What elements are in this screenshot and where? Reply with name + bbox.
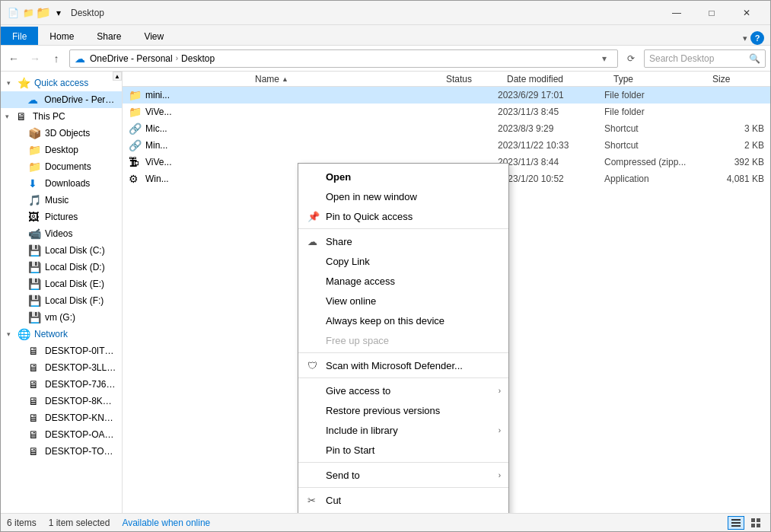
menu-item-pin-quick-access[interactable]: 📌 Pin to Quick access [298,206,508,226]
sidebar-item-label: Local Disk (D:) [45,262,105,272]
sidebar-item-label: DESKTOP-0IT4CF... [45,346,117,356]
sidebar-item-onedrive[interactable]: ☁ OneDrive - Perso... [1,91,122,108]
sidebar-item-3d-objects[interactable]: 📦 3D Objects [1,125,122,142]
sidebar-item-desktop-3ll2h[interactable]: 🖥 DESKTOP-3LL2H... [1,359,122,376]
context-menu-overlay[interactable]: Open Open in new window 📌 Pin to Quick a… [123,72,770,513]
selected-count: 1 item selected [49,518,110,528]
sidebar-item-documents[interactable]: 📁 Documents [1,158,122,175]
details-view-button[interactable] [728,516,744,530]
address-path[interactable]: ☁ OneDrive - Personal › Desktop ▾ [69,49,618,68]
computer-icon: 🖥 [28,395,42,407]
sidebar-item-desktop-7j6od[interactable]: 🖥 DESKTOP-7J6OD... [1,376,122,393]
menu-label: Cut [326,495,341,506]
sidebar-item-network[interactable]: ▾ 🌐 Network [1,326,122,342]
menu-item-open[interactable]: Open [298,167,508,186]
sidebar-item-quick-access[interactable]: ▾ ⭐ Quick access [1,75,122,91]
menu-item-always-keep[interactable]: Always keep on this device [298,311,508,330]
computer-icon: 🖥 [28,412,42,424]
menu-item-manage-access[interactable]: Manage access [298,271,508,291]
new-folder-toolbar-icon: 📁 [22,7,34,19]
sidebar-item-label: DESKTOP-OAE8C... [45,429,117,440]
menu-item-copy[interactable]: 📋 Copy [298,510,508,513]
folder-icon: 📦 [28,127,42,139]
sidebar-item-desktop-oae8c[interactable]: 🖥 DESKTOP-OAE8C... [1,426,122,443]
menu-label: Manage access [326,276,395,287]
sidebar-item-local-disk-c[interactable]: 💾 Local Disk (C:) [1,242,122,259]
menu-item-give-access[interactable]: Give access to › [298,381,508,400]
menu-item-pin-to-start[interactable]: Pin to Start [298,440,508,460]
sidebar-item-label: DESKTOP-8KDD5... [45,396,117,406]
sidebar-item-label: This PC [33,111,65,122]
tab-home[interactable]: Home [38,27,85,45]
large-icons-view-button[interactable] [747,516,764,530]
menu-item-copy-link[interactable]: Copy Link [298,251,508,271]
menu-item-cut[interactable]: ✂ Cut [298,490,508,510]
minimize-button[interactable]: — [659,1,694,25]
sidebar-item-downloads[interactable]: ⬇ Downloads [1,175,122,192]
menu-item-share[interactable]: ☁ Share [298,231,508,251]
sidebar-item-label: Pictures [45,212,78,222]
tab-file[interactable]: File [1,27,38,45]
menu-separator [298,352,508,353]
sidebar-item-desktop-to1c[interactable]: 🖥 DESKTOP-TO1C... [1,443,122,460]
sidebar-item-label: Local Disk (C:) [45,245,105,256]
sidebar-item-local-disk-e[interactable]: 💾 Local Disk (E:) [1,276,122,292]
disk-icon: 💾 [28,295,42,307]
sidebar-item-desktop-8kdd5[interactable]: 🖥 DESKTOP-8KDD5... [1,393,122,409]
path-desktop-label: Desktop [181,53,215,64]
tab-view[interactable]: View [132,27,175,45]
sidebar-item-label: Downloads [45,178,90,189]
svg-rect-2 [731,525,741,527]
menu-item-scan-defender[interactable]: 🛡 Scan with Microsoft Defender... [298,355,508,375]
menu-item-include-library[interactable]: Include in library › [298,420,508,440]
maximize-button[interactable]: □ [694,1,729,25]
menu-separator [298,462,508,463]
sidebar-item-desktop-kn7pn[interactable]: 🖥 DESKTOP-KN7PN... [1,409,122,426]
sidebar-item-local-disk-f[interactable]: 💾 Local Disk (F:) [1,292,122,309]
expand-icon: ▾ [5,113,13,120]
menu-item-open-new-window[interactable]: Open in new window [298,186,508,206]
sidebar-item-videos[interactable]: 📹 Videos [1,225,122,242]
back-button[interactable]: ← [5,50,22,67]
availability-status: Available when online [122,518,210,528]
sidebar-item-label: Local Disk (E:) [45,279,104,289]
menu-label: Send to [326,470,360,481]
sidebar-item-music[interactable]: 🎵 Music [1,192,122,209]
search-box[interactable]: Search Desktop 🔍 [644,49,766,68]
computer-icon: 🖥 [28,345,42,357]
sidebar-item-local-disk-d[interactable]: 💾 Local Disk (D:) [1,259,122,276]
menu-label: Open [326,171,351,183]
sidebar-item-desktop-0it4cf[interactable]: 🖥 DESKTOP-0IT4CF... [1,342,122,359]
forward-button[interactable]: → [27,50,43,67]
sidebar-item-pictures[interactable]: 🖼 Pictures [1,209,122,225]
downloads-icon: ⬇ [28,177,42,190]
menu-label: Free up space [326,335,389,346]
sidebar-item-label: Videos [45,228,72,239]
sidebar: ▲ ▾ ⭐ Quick access ☁ OneDrive - Perso...… [1,72,123,513]
computer-icon: 🖥 [28,428,42,441]
ribbon: File Home Share View ▾ ? [1,25,770,46]
dropdown-arrow-icon[interactable]: ▾ [53,7,65,19]
sidebar-item-label: Network [34,329,68,339]
svg-rect-5 [751,524,755,527]
tab-share[interactable]: Share [85,27,132,45]
sidebar-scroll-up[interactable]: ▲ [113,72,122,81]
menu-label: Scan with Microsoft Defender... [326,360,463,371]
help-icon[interactable]: ? [750,31,764,45]
close-button[interactable]: ✕ [729,1,764,25]
menu-item-send-to[interactable]: Send to › [298,465,508,485]
up-button[interactable]: ↑ [48,50,65,67]
path-dropdown-arrow[interactable]: ▾ [596,53,613,64]
cut-icon: ✂ [307,495,316,506]
refresh-button[interactable]: ⟳ [623,50,639,67]
sidebar-item-vm-g[interactable]: 💾 vm (G:) [1,309,122,326]
sidebar-item-this-pc[interactable]: ▾ 🖥 This PC [1,108,122,125]
path-desktop: Desktop [181,53,215,64]
ribbon-collapse-icon[interactable]: ▾ [743,33,747,43]
search-icon[interactable]: 🔍 [749,53,760,64]
ribbon-tabs: File Home Share View ▾ ? [1,25,770,45]
menu-item-restore-versions[interactable]: Restore previous versions [298,400,508,420]
sidebar-item-desktop[interactable]: 📁 Desktop [1,142,122,158]
menu-item-view-online[interactable]: View online [298,291,508,311]
menu-separator [298,487,508,488]
